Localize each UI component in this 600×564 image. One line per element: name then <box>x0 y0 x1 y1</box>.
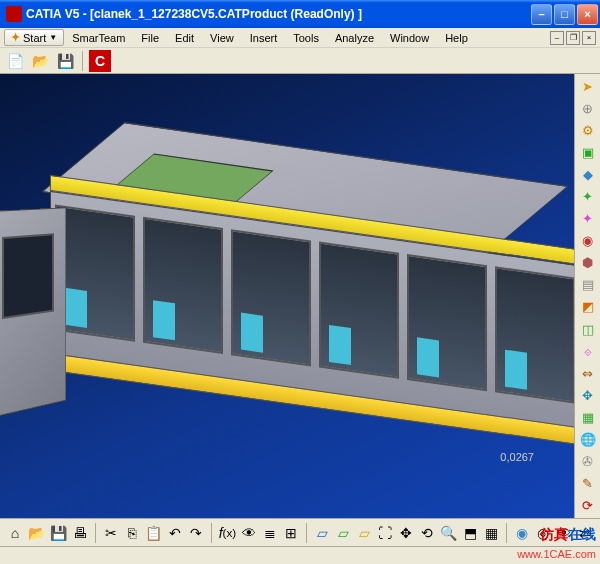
save-icon[interactable]: 💾 <box>54 50 76 72</box>
seat <box>241 313 264 353</box>
watermark-url: www.1CAE.com <box>517 548 596 560</box>
tram-model <box>0 154 574 454</box>
menu-insert[interactable]: Insert <box>242 30 286 46</box>
cut-section-icon[interactable]: ◩ <box>577 297 599 317</box>
window-titlebar: CATIA V5 - [clanek_1_127238CV5.CATProduc… <box>0 0 600 28</box>
universal-icon[interactable]: 🌐 <box>577 430 599 450</box>
measure-item-icon[interactable]: ⟐ <box>577 341 599 361</box>
home-icon[interactable]: ⌂ <box>6 522 24 544</box>
right-toolbar: ➤ ⊕ ⚙ ▣ ◆ ✦ ✦ ◉ ⬢ ▤ ◩ ◫ ⟐ ⇔ ✥ ▦ 🌐 ✇ ✎ ⟳ <box>574 74 600 518</box>
axis-green-icon[interactable]: ✦ <box>577 186 599 206</box>
save-all-icon[interactable]: 💾 <box>49 522 68 544</box>
multi-view-icon[interactable]: ▦ <box>482 522 500 544</box>
clash-icon[interactable]: ⬢ <box>577 253 599 273</box>
pan-icon[interactable]: ✥ <box>397 522 415 544</box>
new-document-icon[interactable]: 📄 <box>4 50 26 72</box>
3d-annotate-icon[interactable]: ✎ <box>577 474 599 494</box>
coordinates-readout: 0,0267 <box>500 451 534 463</box>
fx-icon[interactable]: f(x) <box>218 522 237 544</box>
toolbar-separator <box>306 523 307 543</box>
statusbar <box>0 546 600 564</box>
maximize-button[interactable]: □ <box>554 4 575 25</box>
tree-icon[interactable]: ≣ <box>261 522 279 544</box>
seat <box>329 325 352 365</box>
tram-window <box>143 217 223 354</box>
document-controls: – ❐ × <box>550 31 596 45</box>
select-arrow-icon[interactable]: ➤ <box>577 76 599 96</box>
watermark-part2: 在线 <box>568 526 596 542</box>
tram-window <box>231 229 311 366</box>
seat <box>417 338 440 378</box>
measures-icon[interactable]: ◫ <box>577 319 599 339</box>
measure-icon[interactable]: 👁 <box>240 522 258 544</box>
menu-help[interactable]: Help <box>437 30 476 46</box>
app-icon <box>6 6 22 22</box>
window-title: CATIA V5 - [clanek_1_127238CV5.CATProduc… <box>26 7 531 21</box>
product-icon[interactable]: ▣ <box>577 142 599 162</box>
component-icon[interactable]: ◆ <box>577 164 599 184</box>
section-icon[interactable]: ▤ <box>577 275 599 295</box>
grid-icon[interactable]: ⊞ <box>282 522 300 544</box>
doc-close-button[interactable]: × <box>582 31 596 45</box>
toolbar-separator <box>211 523 212 543</box>
open-icon[interactable]: 📂 <box>27 522 46 544</box>
watermark-text: 仿真在线 <box>540 526 596 544</box>
menu-tools[interactable]: Tools <box>285 30 327 46</box>
measure-between-icon[interactable]: ⇔ <box>577 363 599 383</box>
menu-edit[interactable]: Edit <box>167 30 202 46</box>
assembly-icon[interactable]: ⚙ <box>577 120 599 140</box>
start-label: Start <box>23 32 46 44</box>
menu-analyze[interactable]: Analyze <box>327 30 382 46</box>
menu-view[interactable]: View <box>202 30 242 46</box>
tram-window <box>495 266 574 403</box>
redo-icon[interactable]: ↷ <box>187 522 205 544</box>
robot-icon[interactable]: ✇ <box>577 452 599 472</box>
copy-icon[interactable]: ⎘ <box>123 522 141 544</box>
zoom-fit-icon[interactable]: ⛶ <box>376 522 394 544</box>
print-icon[interactable]: 🖶 <box>71 522 89 544</box>
open-icon[interactable]: 📂 <box>29 50 51 72</box>
render-shaded-icon[interactable]: ◉ <box>513 522 531 544</box>
bottom-toolbar: ⌂ 📂 💾 🖶 ✂ ⎘ 📋 ↶ ↷ f(x) 👁 ≣ ⊞ ▱ ▱ ▱ ⛶ ✥ ⟲… <box>0 518 600 546</box>
axis-pink-icon[interactable]: ✦ <box>577 209 599 229</box>
seat <box>65 288 88 328</box>
plane-green-icon[interactable]: ▱ <box>334 522 352 544</box>
normal-view-icon[interactable]: ⬒ <box>461 522 479 544</box>
snap-icon[interactable]: ✥ <box>577 385 599 405</box>
toolbar-separator <box>82 51 83 71</box>
tram-window <box>407 254 487 391</box>
minimize-button[interactable]: – <box>531 4 552 25</box>
undo-icon[interactable]: ↶ <box>166 522 184 544</box>
geometry-icon[interactable]: ◉ <box>577 231 599 251</box>
constraint-icon[interactable]: ▦ <box>577 407 599 427</box>
seat <box>153 301 176 341</box>
cut-icon[interactable]: ✂ <box>102 522 120 544</box>
tram-cab <box>0 207 66 418</box>
tram-window <box>319 242 399 379</box>
doc-minimize-button[interactable]: – <box>550 31 564 45</box>
toolbar-separator <box>95 523 96 543</box>
menu-file[interactable]: File <box>133 30 167 46</box>
toolbar-separator <box>506 523 507 543</box>
plane-blue-icon[interactable]: ▱ <box>313 522 331 544</box>
menu-smarteam[interactable]: SmarTeam <box>64 30 133 46</box>
top-toolbar: 📄 📂 💾 C <box>0 48 600 74</box>
chevron-down-icon: ▼ <box>49 33 57 42</box>
paste-icon[interactable]: 📋 <box>144 522 163 544</box>
rotate-icon[interactable]: ⟲ <box>418 522 436 544</box>
start-menu[interactable]: ✦ Start ▼ <box>4 29 64 46</box>
catia-logo-icon[interactable]: C <box>89 50 111 72</box>
window-controls: – □ × <box>531 4 598 25</box>
watermark-part1: 仿真 <box>540 526 568 542</box>
close-button[interactable]: × <box>577 4 598 25</box>
plane-yellow-icon[interactable]: ▱ <box>355 522 373 544</box>
doc-restore-button[interactable]: ❐ <box>566 31 580 45</box>
update-icon[interactable]: ⟳ <box>577 496 599 516</box>
zoom-icon[interactable]: 🔍 <box>439 522 458 544</box>
menu-window[interactable]: Window <box>382 30 437 46</box>
menubar: ✦ Start ▼ SmarTeam File Edit View Insert… <box>0 28 600 48</box>
compass-icon[interactable]: ⊕ <box>577 98 599 118</box>
3d-viewport[interactable]: 0,0267 <box>0 74 574 518</box>
tram-window <box>55 204 135 341</box>
cab-windscreen <box>2 233 54 319</box>
